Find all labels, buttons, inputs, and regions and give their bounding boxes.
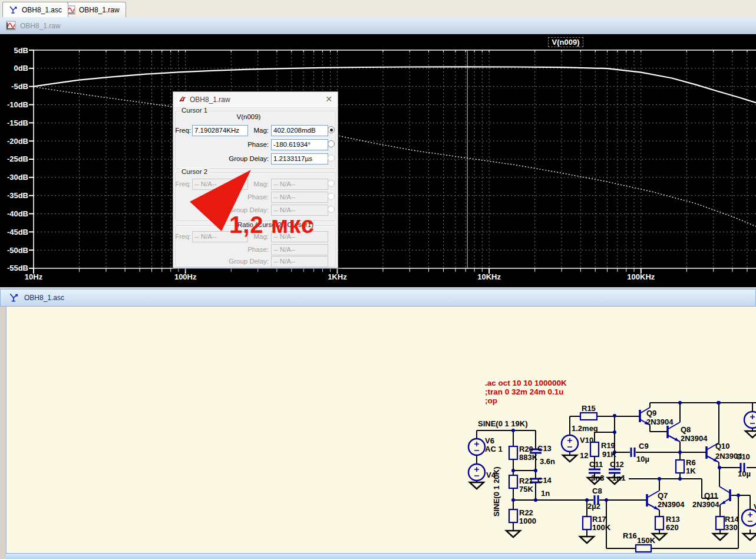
schematic-label[interactable]: 75K	[519, 485, 533, 494]
schematic-label[interactable]: 2µ2	[587, 502, 600, 511]
schematic-label[interactable]: 1n1	[612, 473, 625, 482]
schematic-label[interactable]: 2N3904	[658, 500, 685, 509]
cursor2-mag-field[interactable]: -- N/A--	[271, 179, 328, 190]
close-icon[interactable]: ✕	[325, 94, 332, 104]
schematic-label[interactable]: R6	[686, 458, 696, 467]
group-delay-label: Group Delay:	[223, 155, 269, 162]
schematic-label[interactable]: 620	[666, 523, 679, 532]
cursor1-phase-field[interactable]: -180.61934°	[271, 139, 328, 150]
waveform-plot[interactable]: 5dB0dB-5dB-10dB-15dB-20dB-25dB-30dB-35dB…	[0, 34, 756, 287]
schematic-label[interactable]: R16	[623, 531, 637, 540]
schematic-label[interactable]: 91K	[602, 450, 616, 459]
y-axis-label: -40dB	[7, 209, 28, 218]
schematic-label[interactable]: C12	[610, 460, 624, 469]
spice-directive[interactable]: .ac oct 10 10 100000K	[485, 379, 567, 387]
phase-label: Phase:	[231, 246, 269, 253]
y-axis-label: -25dB	[7, 154, 28, 163]
x-axis-label: 10Hz	[25, 272, 43, 281]
schematic-label[interactable]: 1000	[519, 517, 536, 525]
schematic-label[interactable]: R13	[666, 515, 680, 524]
cursor2-freq-field[interactable]: -- N/A--	[192, 179, 248, 190]
schematic-label[interactable]: C8	[592, 486, 602, 495]
cursor1-mag-radio[interactable]	[328, 126, 335, 133]
tab-obh8-asc[interactable]: OBH8_1.asc	[2, 2, 68, 17]
schematic-label[interactable]: 330	[725, 523, 738, 532]
cursor1-phase-radio[interactable]	[328, 140, 335, 147]
cursor-dialog-titlebar[interactable]: OBH8_1.raw ✕	[173, 92, 338, 108]
schematic-label[interactable]: 1n	[541, 489, 550, 498]
schematic-label[interactable]: 2N3904	[681, 434, 708, 443]
cursor2-group-label: Cursor 2	[180, 168, 209, 175]
ltspice-logo-icon	[178, 95, 187, 104]
tab-obh8-raw[interactable]: OBH8_1.raw	[60, 2, 126, 17]
schematic-label[interactable]: 2N3904	[692, 500, 719, 509]
schematic-label[interactable]: V	[754, 502, 756, 511]
spice-directive[interactable]: ;tran 0 32m 24m 0.1u	[485, 387, 564, 396]
schematic-label[interactable]: 2N3904	[646, 417, 674, 426]
cursor2-phase-field[interactable]: -- N/A--	[271, 192, 328, 203]
cursor-dialog-title: OBH8_1.raw	[190, 96, 230, 104]
cursor2-mag-radio[interactable]	[328, 180, 335, 187]
y-axis-label: -55dB	[7, 264, 28, 272]
schematic-label[interactable]: 1.2meg	[572, 424, 598, 433]
cursor2-phase-radio[interactable]	[328, 193, 335, 200]
spice-directive[interactable]: ;op	[485, 396, 497, 405]
x-axis-label: 100KHz	[627, 272, 655, 281]
schematic-label[interactable]: R17	[592, 515, 606, 524]
schematic-label[interactable]: 3n3	[591, 473, 604, 482]
schematic-label[interactable]: 12	[580, 451, 588, 460]
phase-label: Phase:	[231, 193, 269, 200]
cursor1-gd-radio[interactable]	[328, 154, 335, 162]
schematic-label[interactable]: 100K	[592, 523, 611, 532]
schematic-label[interactable]: V10	[580, 436, 593, 445]
y-axis-label: -35dB	[7, 191, 28, 200]
schematic-label[interactable]: R22	[519, 508, 533, 517]
horizontal-scrollbar[interactable]	[6, 553, 756, 559]
schematic-label[interactable]: C13	[537, 444, 552, 453]
schematic-label[interactable]: Q9	[646, 409, 656, 417]
schematic-label[interactable]: SINE(0 1 20K)	[492, 466, 501, 517]
schematic-label[interactable]: Q7	[658, 491, 668, 500]
waveform-window-titlebar[interactable]: OBH8_1.raw	[0, 18, 756, 34]
mag-label: Mag:	[243, 127, 269, 134]
mag-label: Mag:	[243, 180, 269, 188]
schematic-label[interactable]: C9	[639, 442, 649, 451]
schematic-label[interactable]: 10µ	[636, 455, 649, 463]
schematic-label[interactable]: SINE(0 1 19K)	[478, 419, 528, 428]
ratio-mag-field[interactable]: -- N/A--	[271, 231, 328, 242]
phase-trace	[34, 87, 756, 226]
schematic-label[interactable]: Q11	[704, 491, 718, 500]
cursor1-freq-field[interactable]: 7.1902874KHz	[192, 125, 248, 136]
trace-label[interactable]: V(n009)	[548, 37, 583, 47]
schematic-label[interactable]: R21	[519, 476, 533, 485]
schematic-label[interactable]: V6	[485, 436, 494, 445]
ratio-gd-field[interactable]: -- N/A--	[271, 256, 328, 267]
schematic-label[interactable]: C14	[537, 476, 552, 485]
schematic-label[interactable]: C10	[736, 452, 750, 461]
schematic-label[interactable]: R19	[601, 441, 615, 450]
schematic-label[interactable]: AC 1	[485, 445, 503, 453]
schematic-label[interactable]: R20	[519, 445, 533, 453]
schematic-label[interactable]: 883K	[519, 453, 538, 462]
schematic-label[interactable]: R15	[582, 404, 596, 413]
cursor1-gd-field[interactable]: 1.2133117µs	[271, 153, 328, 165]
schematic-label[interactable]: 150K	[637, 536, 656, 545]
cursor2-gd-radio[interactable]	[328, 206, 335, 213]
ratio-freq-field[interactable]: -- N/A--	[192, 231, 248, 242]
y-axis-label: 0dB	[14, 64, 28, 73]
cursor1-mag-field[interactable]: 402.0208mdB	[271, 125, 328, 136]
schematic-window-titlebar[interactable]: OBH8_1.asc	[0, 289, 756, 307]
y-axis-label: -30dB	[7, 173, 28, 182]
schematic-label[interactable]: R14	[725, 515, 740, 524]
schematic-label[interactable]: 3.6n	[540, 457, 555, 466]
document-tabbar: OBH8_1.asc OBH8_1.raw	[0, 0, 756, 18]
schematic-label[interactable]: Q8	[681, 425, 691, 434]
cursor2-gd-field[interactable]: -- N/A--	[271, 205, 328, 216]
x-axis-label: 1KHz	[328, 272, 347, 281]
schematic-label[interactable]: 10µ	[738, 469, 751, 478]
ratio-phase-field[interactable]: -- N/A--	[271, 244, 328, 255]
schematic-canvas[interactable]: .ac oct 10 10 100000K;tran 0 32m 24m 0.1…	[6, 307, 756, 553]
schematic-label[interactable]: Q10	[715, 442, 730, 451]
schematic-label[interactable]: 1K	[686, 466, 696, 475]
schematic-label[interactable]: C11	[589, 460, 603, 469]
